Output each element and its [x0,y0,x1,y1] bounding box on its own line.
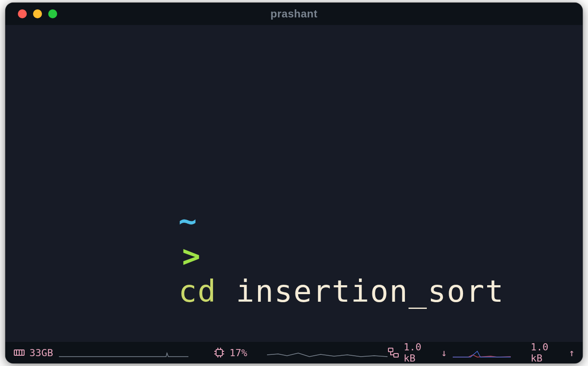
minimize-button[interactable] [33,9,42,18]
prompt-line: ~ > cd insertion_sort [63,168,505,342]
net-up-value: 1.0 kB [530,341,564,364]
arrow-up-icon: ↑ [569,347,575,358]
close-button[interactable] [18,9,27,18]
net-down-value: 1.0 kB [404,341,437,364]
arrow-down-icon: ↓ [441,347,447,358]
svg-rect-4 [216,349,222,356]
network-down-stat: 1.0 kB ↓ [388,341,447,364]
cpu-icon [213,347,225,358]
prompt-path: ~ [179,203,198,238]
command-argument: insertion_sort [236,274,504,309]
prompt-symbol: > [179,238,205,274]
network-up-stat: 1.0 kB ↑ [530,341,575,364]
memory-value: 33GB [29,347,53,358]
cpu-value: 17% [229,347,247,358]
terminal-window: prashant ~ > cd insertion_sort 33GB [5,3,583,363]
memory-sparkline [59,347,188,358]
svg-rect-14 [394,354,398,357]
network-icon [388,347,399,358]
status-bar: 33GB 17% [5,342,583,363]
titlebar: prashant [5,3,583,25]
memory-stat: 33GB [13,347,53,358]
memory-icon [13,348,25,358]
net-sparkline [453,347,511,358]
window-controls [5,9,57,18]
cpu-sparkline [267,347,388,358]
terminal-body[interactable]: ~ > cd insertion_sort [5,25,583,342]
command-arg [217,274,236,309]
zoom-button[interactable] [48,9,57,18]
window-title: prashant [271,8,317,20]
cpu-stat: 17% [213,347,247,358]
svg-rect-13 [388,348,393,352]
command-text: cd [179,274,217,309]
